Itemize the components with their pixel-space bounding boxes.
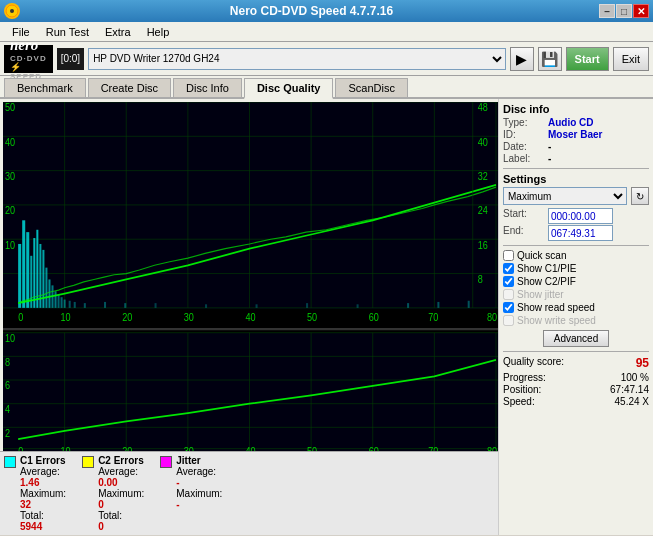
- minimize-button[interactable]: –: [599, 4, 615, 18]
- svg-rect-57: [124, 303, 126, 308]
- svg-text:20: 20: [122, 311, 133, 323]
- svg-rect-62: [357, 304, 359, 308]
- nero-logo: nero CD·DVD⚡SPEED: [4, 45, 53, 73]
- svg-text:70: 70: [428, 311, 439, 323]
- show-read-speed-checkbox[interactable]: [503, 302, 514, 313]
- show-c2-row: Show C2/PIF: [503, 276, 649, 287]
- show-jitter-label: Show jitter: [517, 289, 564, 300]
- svg-rect-60: [256, 304, 258, 308]
- svg-text:0: 0: [18, 445, 24, 451]
- show-c2-label: Show C2/PIF: [517, 276, 576, 287]
- end-field[interactable]: [548, 225, 613, 241]
- quality-score-label: Quality score:: [503, 356, 564, 370]
- maximize-button[interactable]: □: [616, 4, 632, 18]
- svg-text:2: 2: [5, 427, 10, 439]
- start-field[interactable]: 000:00.00: [548, 208, 613, 224]
- jitter-title: Jitter: [176, 455, 222, 466]
- right-panel: Disc info Type: Audio CD ID: Moser Baer …: [498, 99, 653, 535]
- svg-text:50: 50: [5, 102, 16, 114]
- progress-row: Progress: 100 %: [503, 372, 649, 383]
- c2-maximum: Maximum: 0: [98, 488, 144, 510]
- close-button[interactable]: ✕: [633, 4, 649, 18]
- jitter-color: [160, 456, 172, 468]
- svg-text:40: 40: [478, 136, 489, 148]
- c1-data: C1 Errors Average: 1.46 Maximum: 32 Tota…: [20, 455, 66, 532]
- svg-text:10: 10: [61, 445, 72, 451]
- end-label: End:: [503, 225, 548, 241]
- end-row: End:: [503, 225, 649, 241]
- show-read-speed-label: Show read speed: [517, 302, 595, 313]
- jitter-data: Jitter Average: - Maximum: -: [176, 455, 222, 532]
- refresh-button[interactable]: ↻: [631, 187, 649, 205]
- charts-area: 50 40 30 20 10 48 40 32 24 16 8 0 10 20 …: [3, 102, 498, 451]
- quick-scan-checkbox[interactable]: [503, 250, 514, 261]
- legend: C1 Errors Average: 1.46 Maximum: 32 Tota…: [0, 451, 498, 535]
- svg-text:8: 8: [478, 273, 484, 285]
- quick-scan-label: Quick scan: [517, 250, 566, 261]
- svg-text:10: 10: [5, 239, 16, 251]
- c2-total: Total: 0: [98, 510, 144, 532]
- show-c1-label: Show C1/PIE: [517, 263, 576, 274]
- show-write-speed-checkbox[interactable]: [503, 315, 514, 326]
- title-bar: Nero CD-DVD Speed 4.7.7.16 – □ ✕: [0, 0, 653, 22]
- id-label: ID:: [503, 129, 548, 140]
- svg-text:60: 60: [369, 445, 380, 451]
- date-value: -: [548, 141, 551, 152]
- exit-button[interactable]: Exit: [613, 47, 649, 71]
- svg-rect-52: [64, 300, 66, 308]
- show-jitter-checkbox[interactable]: [503, 289, 514, 300]
- svg-rect-40: [26, 232, 29, 308]
- speed-label: Speed:: [503, 396, 535, 407]
- svg-rect-55: [84, 303, 86, 308]
- tab-create-disc[interactable]: Create Disc: [88, 78, 171, 97]
- svg-rect-61: [306, 303, 308, 308]
- show-c2-checkbox[interactable]: [503, 276, 514, 287]
- start-label: Start:: [503, 208, 548, 224]
- tab-benchmark[interactable]: Benchmark: [4, 78, 86, 97]
- svg-rect-65: [468, 301, 470, 308]
- svg-text:10: 10: [5, 332, 16, 344]
- c1-average: Average: 1.46: [20, 466, 66, 488]
- svg-text:40: 40: [5, 136, 16, 148]
- speed-select[interactable]: Maximum: [503, 187, 627, 205]
- svg-text:80: 80: [487, 445, 498, 451]
- svg-rect-39: [22, 220, 25, 308]
- drive-select[interactable]: HP DVD Writer 1270d GH24: [88, 48, 505, 70]
- svg-rect-58: [155, 303, 157, 308]
- disc-info-title: Disc info: [503, 103, 649, 115]
- svg-text:0: 0: [18, 311, 24, 323]
- speed-row: Maximum ↻: [503, 187, 649, 205]
- tab-disc-info[interactable]: Disc Info: [173, 78, 242, 97]
- svg-text:60: 60: [369, 311, 380, 323]
- svg-point-1: [10, 9, 14, 13]
- svg-text:30: 30: [184, 445, 195, 451]
- save-button[interactable]: 💾: [538, 47, 562, 71]
- menu-extra[interactable]: Extra: [97, 24, 139, 40]
- type-row: Type: Audio CD: [503, 117, 649, 128]
- svg-rect-64: [437, 302, 439, 308]
- disc-label-row: Label: -: [503, 153, 649, 164]
- start-button[interactable]: Start: [566, 47, 609, 71]
- tab-disc-quality[interactable]: Disc Quality: [244, 78, 334, 99]
- jitter-maximum: Maximum: -: [176, 488, 222, 510]
- settings-title: Settings: [503, 173, 649, 185]
- svg-text:8: 8: [5, 356, 11, 368]
- svg-text:20: 20: [5, 205, 16, 217]
- id-value: Moser Baer: [548, 129, 602, 140]
- start-row: Start: 000:00.00: [503, 208, 649, 224]
- disc-label-value: -: [548, 153, 551, 164]
- c1-color: [4, 456, 16, 468]
- advanced-button[interactable]: Advanced: [543, 330, 609, 347]
- quality-score-value: 95: [636, 356, 649, 370]
- eject-button[interactable]: ▶: [510, 47, 534, 71]
- date-label: Date:: [503, 141, 548, 152]
- tab-scan-disc[interactable]: ScanDisc: [335, 78, 407, 97]
- svg-rect-45: [42, 250, 44, 308]
- svg-text:30: 30: [184, 311, 195, 323]
- svg-rect-59: [205, 304, 207, 308]
- show-write-speed-label: Show write speed: [517, 315, 596, 326]
- show-c1-checkbox[interactable]: [503, 263, 514, 274]
- show-c1-row: Show C1/PIE: [503, 263, 649, 274]
- c2-data: C2 Errors Average: 0.00 Maximum: 0 Total…: [98, 455, 144, 532]
- menu-help[interactable]: Help: [139, 24, 178, 40]
